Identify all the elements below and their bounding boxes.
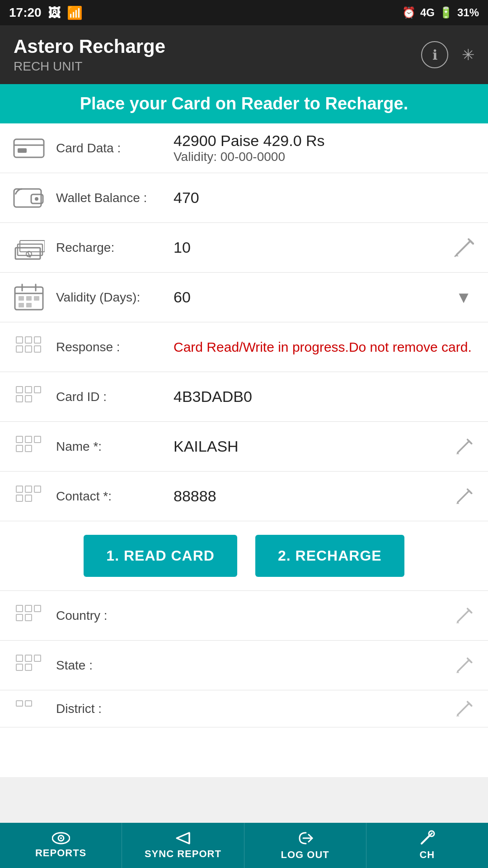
eye-icon [52,832,70,844]
response-icon [11,336,47,359]
svg-line-80 [430,833,432,835]
content-area: Card Data : 42900 Paise 429.0 Rs Validit… [0,123,488,777]
district-edit-icon[interactable] [450,698,477,719]
svg-line-11 [457,241,470,255]
svg-rect-8 [20,241,45,252]
svg-rect-7 [18,244,42,255]
district-icon [11,700,47,718]
state-icon [11,654,47,677]
state-row: State : [0,641,488,690]
state-edit-icon[interactable] [450,655,477,675]
svg-rect-30 [16,387,23,393]
banner-text: Place your Card on Reader to Recharge. [80,94,408,113]
card-data-value: 42900 Paise 429.0 Rs Validity: 00-00-000… [174,132,477,164]
svg-rect-63 [25,664,32,670]
svg-rect-38 [16,445,23,452]
country-icon [11,604,47,627]
card-icon [11,137,47,160]
wallet-balance-value: 470 [174,189,477,207]
status-time: 17:20 [9,5,42,20]
svg-point-74 [60,837,62,839]
svg-rect-0 [14,139,44,157]
card-id-row: Card ID : 4B3DADB0 [0,372,488,422]
app-subtitle: RECH UNIT [14,59,165,74]
sync-report-label: SYNC REPORT [145,848,221,860]
contact-label: Contact *: [56,489,174,504]
country-edit-icon[interactable] [450,605,477,626]
svg-rect-28 [25,346,32,352]
money-icon [11,234,47,261]
validity-days-row: Validity (Days): 60 ▼ [0,273,488,322]
app-header: Astero Recharge RECH UNIT ℹ ✳ [0,25,488,84]
recharge-value: 10 [174,239,450,256]
gallery-icon: 🖼 [48,5,61,20]
recharge-row: Recharge: 10 [0,223,488,273]
card-data-label: Card Data : [56,141,174,156]
battery-icon: 🔋 [439,6,453,19]
wallet-icon [11,185,47,210]
read-card-button[interactable]: 1. READ CARD [84,535,237,577]
svg-rect-43 [16,486,23,492]
contact-row: Contact *: 88888 [0,472,488,521]
name-edit-icon[interactable] [450,436,477,457]
svg-rect-35 [16,436,23,443]
svg-rect-34 [25,396,32,402]
svg-rect-47 [25,495,32,501]
info-icon[interactable]: ℹ [421,41,448,68]
svg-rect-44 [25,486,32,492]
svg-line-48 [458,491,469,502]
svg-rect-20 [26,296,32,301]
calendar-icon [11,283,47,312]
alarm-icon: ⏰ [402,6,416,19]
nav-reports[interactable]: REPORTS [0,823,122,868]
state-label: State : [56,658,174,673]
validity-dropdown-icon[interactable]: ▼ [450,288,477,307]
card-data-row: Card Data : 42900 Paise 429.0 Rs Validit… [0,123,488,173]
svg-rect-37 [34,436,41,443]
svg-marker-75 [177,833,189,844]
bottom-nav: REPORTS SYNC REPORT LOG OUT [0,823,488,868]
svg-rect-6 [15,248,40,259]
wallet-balance-row: Wallet Balance : 470 [0,173,488,223]
svg-rect-31 [25,387,32,393]
recharge-button[interactable]: 2. RECHARGE [255,535,404,577]
country-label: Country : [56,609,174,623]
svg-rect-62 [16,664,23,670]
svg-rect-39 [25,445,32,452]
name-icon [11,435,47,458]
battery-percent: 31% [457,6,479,19]
svg-line-40 [458,441,469,453]
svg-rect-26 [34,337,41,343]
validity-days-value: 60 [174,288,450,306]
nav-ch[interactable]: CH [366,823,488,868]
contact-edit-icon[interactable] [450,486,477,506]
svg-rect-46 [16,495,23,501]
recharge-edit-icon[interactable] [450,236,477,259]
district-row: District : [0,690,488,727]
svg-line-69 [458,703,469,715]
card-id-label: Card ID : [56,390,174,404]
response-label: Response : [56,340,174,354]
svg-rect-24 [16,337,23,343]
svg-rect-25 [25,337,32,343]
status-bar: 17:20 🖼 📶 ⏰ 4G 🔋 31% [0,0,488,25]
wallet-balance-label: Wallet Balance : [56,191,174,205]
nav-sync-report[interactable]: SYNC REPORT [122,823,244,868]
banner: Place your Card on Reader to Recharge. [0,84,488,123]
svg-rect-61 [34,655,41,661]
logout-icon [297,830,313,846]
country-row: Country : [0,591,488,641]
svg-rect-55 [25,614,32,621]
svg-rect-36 [25,436,32,443]
svg-point-5 [35,197,38,201]
bluetooth-icon[interactable]: ✳ [462,46,474,64]
contact-value: 88888 [174,487,450,505]
response-value: Card Read/Write in progress.Do not remov… [174,338,477,357]
svg-line-78 [422,835,430,844]
app-name: Astero Recharge [14,36,165,57]
nav-log-out[interactable]: LOG OUT [244,823,366,868]
svg-rect-54 [16,614,23,621]
response-row: Response : Card Read/Write in progress.D… [0,322,488,372]
validity-days-label: Validity (Days): [56,290,174,305]
svg-rect-32 [34,387,41,393]
